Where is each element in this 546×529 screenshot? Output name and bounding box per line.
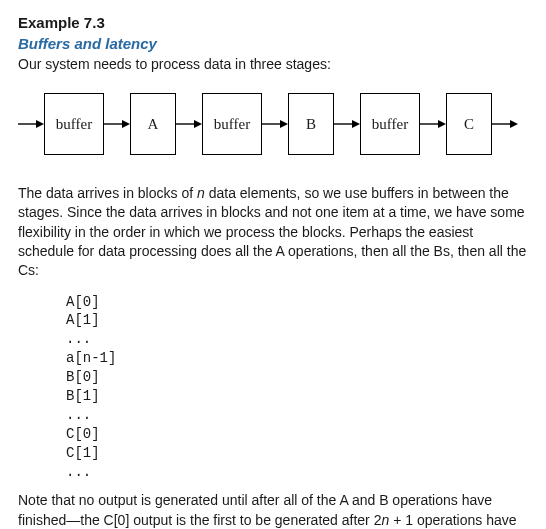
svg-marker-5 bbox=[194, 120, 202, 128]
buffer-box-3: buffer bbox=[360, 93, 420, 155]
arrow-icon bbox=[492, 118, 518, 130]
svg-marker-7 bbox=[280, 120, 288, 128]
stage-box-b: B bbox=[288, 93, 334, 155]
arrow-icon bbox=[262, 118, 288, 130]
svg-marker-1 bbox=[36, 120, 44, 128]
schedule-code: A[0] A[1] ... a[n-1] B[0] B[1] ... C[0] … bbox=[66, 293, 528, 482]
arrow-icon bbox=[104, 118, 130, 130]
arrow-icon bbox=[18, 118, 44, 130]
note-paragraph: Note that no output is generated until a… bbox=[18, 491, 528, 529]
svg-marker-3 bbox=[122, 120, 130, 128]
buffer-box-2: buffer bbox=[202, 93, 262, 155]
svg-marker-13 bbox=[510, 120, 518, 128]
stage-box-c: C bbox=[446, 93, 492, 155]
arrow-icon bbox=[176, 118, 202, 130]
var-n: n bbox=[197, 185, 205, 201]
buffer-box-1: buffer bbox=[44, 93, 104, 155]
paragraph-1: The data arrives in blocks of n data ele… bbox=[18, 184, 528, 281]
pipeline-diagram: buffer A buffer B buffer C bbox=[18, 92, 528, 156]
arrow-icon bbox=[420, 118, 446, 130]
svg-marker-11 bbox=[438, 120, 446, 128]
svg-marker-9 bbox=[352, 120, 360, 128]
arrow-icon bbox=[334, 118, 360, 130]
example-number: Example 7.3 bbox=[18, 14, 528, 31]
lead-sentence: Our system needs to process data in thre… bbox=[18, 56, 528, 72]
example-title: Buffers and latency bbox=[18, 35, 528, 52]
para1-part-a: The data arrives in blocks of bbox=[18, 185, 197, 201]
stage-box-a: A bbox=[130, 93, 176, 155]
